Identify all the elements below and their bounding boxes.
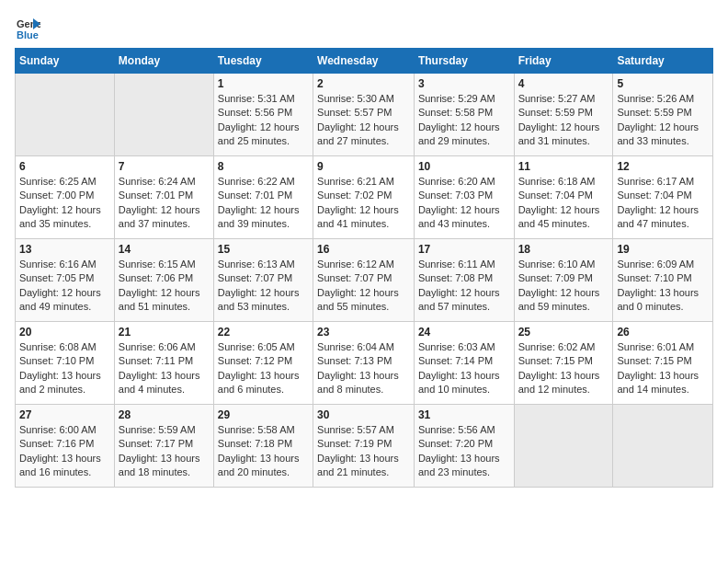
weekday-header: Wednesday [313, 49, 415, 74]
cell-content-line: Sunset: 7:04 PM [617, 189, 709, 202]
cell-content-line: Sunset: 7:09 PM [518, 271, 609, 285]
cell-content-line: Sunrise: 6:02 AM [518, 340, 609, 354]
cell-content-line: Sunrise: 6:15 AM [119, 258, 210, 271]
logo: General Blue [15, 15, 44, 40]
header-row: SundayMondayTuesdayWednesdayThursdayFrid… [16, 49, 713, 74]
cell-content-line: Sunset: 7:14 PM [418, 354, 510, 368]
cell-content-line: Sunrise: 5:58 AM [218, 423, 309, 437]
cell-content-line: and 57 minutes. [418, 300, 510, 314]
cell-content-line: Daylight: 12 hours [317, 203, 410, 217]
calendar-week-row: 20Sunrise: 6:08 AMSunset: 7:10 PMDayligh… [16, 322, 713, 405]
cell-content-line: Sunrise: 6:08 AM [19, 340, 110, 354]
cell-content-line: Daylight: 12 hours [218, 286, 309, 300]
calendar-cell: 11Sunrise: 6:18 AMSunset: 7:04 PMDayligh… [514, 156, 613, 239]
cell-content-line: Daylight: 13 hours [518, 369, 609, 383]
cell-content-line: and 12 minutes. [518, 383, 609, 396]
day-number: 18 [518, 243, 609, 256]
header: General Blue [15, 15, 713, 40]
calendar-week-row: 27Sunrise: 6:00 AMSunset: 7:16 PMDayligh… [16, 405, 713, 488]
day-number: 2 [317, 77, 410, 90]
calendar-cell: 14Sunrise: 6:15 AMSunset: 7:06 PMDayligh… [114, 239, 213, 322]
svg-text:Blue: Blue [17, 29, 39, 40]
calendar-cell: 17Sunrise: 6:11 AMSunset: 7:08 PMDayligh… [414, 239, 514, 322]
weekday-header: Thursday [414, 49, 514, 74]
calendar-cell [114, 74, 213, 156]
calendar-table: SundayMondayTuesdayWednesdayThursdayFrid… [15, 48, 713, 488]
day-number: 25 [518, 326, 609, 339]
day-number: 28 [119, 408, 210, 421]
cell-content-line: Sunrise: 6:01 AM [617, 340, 709, 354]
calendar-cell [613, 405, 713, 488]
cell-content-line: and 14 minutes. [617, 383, 709, 396]
cell-content-line: Sunset: 7:12 PM [218, 354, 309, 368]
cell-content-line: Daylight: 13 hours [617, 286, 709, 300]
cell-content-line: Sunrise: 6:09 AM [617, 258, 709, 271]
cell-content-line: Sunrise: 6:12 AM [317, 258, 410, 271]
calendar-cell: 9Sunrise: 6:21 AMSunset: 7:02 PMDaylight… [313, 156, 415, 239]
cell-content-line: Daylight: 13 hours [218, 369, 309, 383]
cell-content-line: Daylight: 12 hours [317, 286, 410, 300]
cell-content-line: Daylight: 13 hours [317, 452, 410, 465]
day-number: 26 [617, 326, 709, 339]
cell-content-line: and 59 minutes. [518, 300, 609, 314]
cell-content-line: and 37 minutes. [119, 217, 210, 231]
cell-content-line: and 27 minutes. [317, 134, 410, 148]
cell-content-line: and 23 minutes. [418, 465, 510, 479]
calendar-cell: 8Sunrise: 6:22 AMSunset: 7:01 PMDaylight… [213, 156, 313, 239]
cell-content-line: and 6 minutes. [218, 383, 309, 396]
cell-content-line: Sunset: 5:58 PM [418, 106, 510, 120]
day-number: 14 [119, 243, 210, 256]
calendar-cell: 19Sunrise: 6:09 AMSunset: 7:10 PMDayligh… [613, 239, 713, 322]
cell-content-line: Sunset: 7:11 PM [119, 354, 210, 368]
cell-content-line: Sunrise: 5:31 AM [218, 92, 309, 106]
cell-content-line: Daylight: 12 hours [19, 203, 110, 217]
day-number: 31 [418, 408, 510, 421]
cell-content-line: Sunrise: 6:22 AM [218, 175, 309, 189]
cell-content-line: and 41 minutes. [317, 217, 410, 231]
cell-content-line: Sunrise: 6:18 AM [518, 175, 609, 189]
logo-icon: General Blue [15, 15, 40, 40]
cell-content-line: Daylight: 13 hours [119, 369, 210, 383]
cell-content-line: Sunrise: 6:24 AM [119, 175, 210, 189]
calendar-cell: 27Sunrise: 6:00 AMSunset: 7:16 PMDayligh… [16, 405, 115, 488]
cell-content-line: and 25 minutes. [218, 134, 309, 148]
cell-content-line: Daylight: 12 hours [617, 121, 709, 134]
cell-content-line: Sunrise: 6:05 AM [218, 340, 309, 354]
cell-content-line: Sunset: 7:20 PM [418, 437, 510, 451]
cell-content-line: and 21 minutes. [317, 465, 410, 479]
calendar-week-row: 6Sunrise: 6:25 AMSunset: 7:00 PMDaylight… [16, 156, 713, 239]
cell-content-line: Sunset: 7:07 PM [317, 271, 410, 285]
day-number: 27 [19, 408, 110, 421]
cell-content-line: and 53 minutes. [218, 300, 309, 314]
cell-content-line: Daylight: 12 hours [119, 286, 210, 300]
calendar-cell: 24Sunrise: 6:03 AMSunset: 7:14 PMDayligh… [414, 322, 514, 405]
calendar-cell: 16Sunrise: 6:12 AMSunset: 7:07 PMDayligh… [313, 239, 415, 322]
day-number: 4 [518, 77, 609, 90]
weekday-header: Friday [514, 49, 613, 74]
weekday-header: Sunday [16, 49, 115, 74]
day-number: 12 [617, 160, 709, 173]
cell-content-line: Sunrise: 6:25 AM [19, 175, 110, 189]
day-number: 22 [218, 326, 309, 339]
cell-content-line: Sunrise: 5:26 AM [617, 92, 709, 106]
cell-content-line: Daylight: 12 hours [19, 286, 110, 300]
cell-content-line: Sunset: 7:00 PM [19, 189, 110, 202]
day-number: 20 [19, 326, 110, 339]
cell-content-line: and 16 minutes. [19, 465, 110, 479]
day-number: 30 [317, 408, 410, 421]
cell-content-line: Sunrise: 6:00 AM [19, 423, 110, 437]
cell-content-line: Sunset: 5:57 PM [317, 106, 410, 120]
day-number: 29 [218, 408, 309, 421]
cell-content-line: Sunset: 7:16 PM [19, 437, 110, 451]
day-number: 23 [317, 326, 410, 339]
calendar-cell [16, 74, 115, 156]
weekday-header: Saturday [613, 49, 713, 74]
cell-content-line: Sunrise: 6:13 AM [218, 258, 309, 271]
day-number: 11 [518, 160, 609, 173]
cell-content-line: and 39 minutes. [218, 217, 309, 231]
cell-content-line: and 0 minutes. [617, 300, 709, 314]
cell-content-line: Daylight: 12 hours [518, 203, 609, 217]
cell-content-line: and 47 minutes. [617, 217, 709, 231]
cell-content-line: Sunrise: 5:27 AM [518, 92, 609, 106]
calendar-cell: 29Sunrise: 5:58 AMSunset: 7:18 PMDayligh… [213, 405, 313, 488]
